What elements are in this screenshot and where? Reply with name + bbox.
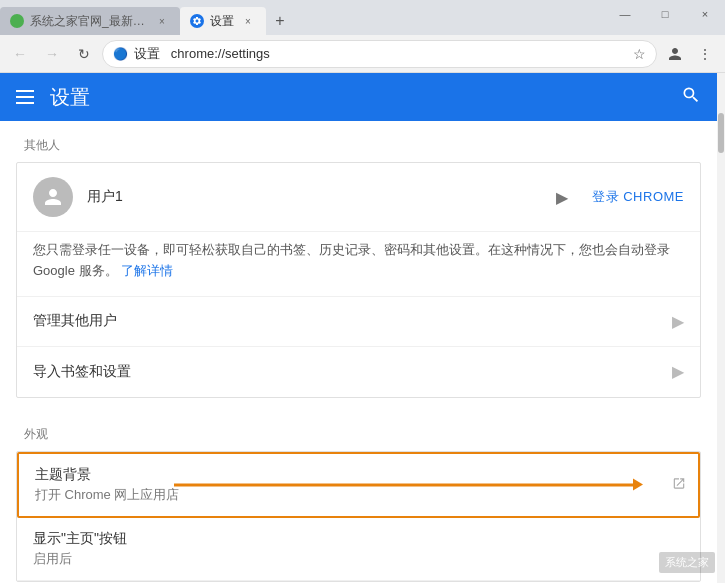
tab-settings[interactable]: 设置 × <box>180 7 266 35</box>
show-home-sub: 启用后 <box>33 550 684 568</box>
back-button[interactable]: ← <box>6 40 34 68</box>
tab-inactive[interactable]: 系统之家官网_最新Ghos... × <box>0 7 180 35</box>
user-name-label: 用户1 <box>87 188 556 206</box>
settings-page-title: 设置 <box>50 84 665 111</box>
section-others-label: 其他人 <box>0 121 717 162</box>
show-home-row[interactable]: 显示"主页"按钮 启用后 <box>17 518 700 581</box>
import-arrow-icon: ▶ <box>672 362 684 381</box>
address-bar[interactable]: 🔵 设置 chrome://settings ☆ <box>102 40 657 68</box>
import-bookmarks-row[interactable]: 导入书签和设置 ▶ <box>17 347 700 397</box>
bookmark-star-icon[interactable]: ☆ <box>633 46 646 62</box>
appearance-card: 主题背景 打开 Chrome 网上应用店 显示"主页"按钮 启用后 <box>16 451 701 582</box>
settings-search-icon[interactable] <box>681 85 701 110</box>
tab1-favicon <box>10 14 24 28</box>
new-tab-button[interactable]: + <box>266 7 294 35</box>
window-controls: — □ × <box>605 0 725 28</box>
orange-arrow-container <box>174 483 634 486</box>
manage-users-label: 管理其他用户 <box>33 312 672 330</box>
reload-button[interactable]: ↻ <box>70 40 98 68</box>
settings-header: 设置 <box>0 73 717 121</box>
address-url: chrome://settings <box>171 46 270 61</box>
tab2-favicon <box>190 14 204 28</box>
menu-button[interactable]: ⋮ <box>691 40 719 68</box>
login-chrome-button[interactable]: 登录 CHROME <box>592 188 684 206</box>
user-row-arrow-icon: ▶ <box>556 188 568 207</box>
close-button[interactable]: × <box>685 0 725 28</box>
user-row[interactable]: 用户1 ▶ 登录 CHROME <box>17 163 700 232</box>
forward-button[interactable]: → <box>38 40 66 68</box>
sync-description: 您只需登录任一设备，即可轻松获取自己的书签、历史记录、密码和其他设置。在这种情况… <box>17 232 700 297</box>
users-card: 用户1 ▶ 登录 CHROME 您只需登录任一设备，即可轻松获取自己的书签、历史… <box>16 162 701 398</box>
manage-users-arrow-icon: ▶ <box>672 312 684 331</box>
theme-title: 主题背景 <box>35 466 682 484</box>
arrow-line <box>174 483 634 486</box>
section-appearance-label: 外观 <box>0 410 717 451</box>
site-icon: 🔵 <box>113 47 128 61</box>
theme-row[interactable]: 主题背景 打开 Chrome 网上应用店 <box>17 452 700 518</box>
tab2-close[interactable]: × <box>240 13 256 29</box>
address-chrome-label: 设置 <box>134 46 160 61</box>
title-bar: 系统之家官网_最新Ghos... × 设置 × + — □ × <box>0 0 725 35</box>
user-avatar <box>33 177 73 217</box>
hamburger-menu[interactable] <box>16 90 34 104</box>
toolbar-right: ⋮ <box>661 40 719 68</box>
learn-more-link[interactable]: 了解详情 <box>121 263 173 278</box>
browser-toolbar: ← → ↻ 🔵 设置 chrome://settings ☆ ⋮ <box>0 35 725 73</box>
content-wrapper: 设置 其他人 用户1 ▶ 登录 CHROME 您只需登录任一设备，即可轻松获取自… <box>0 73 725 583</box>
tab1-label: 系统之家官网_最新Ghos... <box>30 13 148 30</box>
maximize-button[interactable]: □ <box>645 0 685 28</box>
user-profile-button[interactable] <box>661 40 689 68</box>
main-content: 设置 其他人 用户1 ▶ 登录 CHROME 您只需登录任一设备，即可轻松获取自… <box>0 73 717 583</box>
external-link-icon[interactable] <box>672 476 686 493</box>
scrollbar-thumb[interactable] <box>718 113 724 153</box>
show-home-title: 显示"主页"按钮 <box>33 530 684 548</box>
minimize-button[interactable]: — <box>605 0 645 28</box>
manage-users-row[interactable]: 管理其他用户 ▶ <box>17 297 700 347</box>
arrow-head <box>633 478 643 490</box>
watermark: 系统之家 <box>659 552 715 573</box>
tab2-label: 设置 <box>210 13 234 30</box>
import-bookmarks-label: 导入书签和设置 <box>33 363 672 381</box>
address-text: 设置 chrome://settings <box>134 45 627 63</box>
theme-subtitle: 打开 Chrome 网上应用店 <box>35 486 682 504</box>
scrollbar[interactable] <box>717 73 725 583</box>
tab1-close[interactable]: × <box>154 13 170 29</box>
